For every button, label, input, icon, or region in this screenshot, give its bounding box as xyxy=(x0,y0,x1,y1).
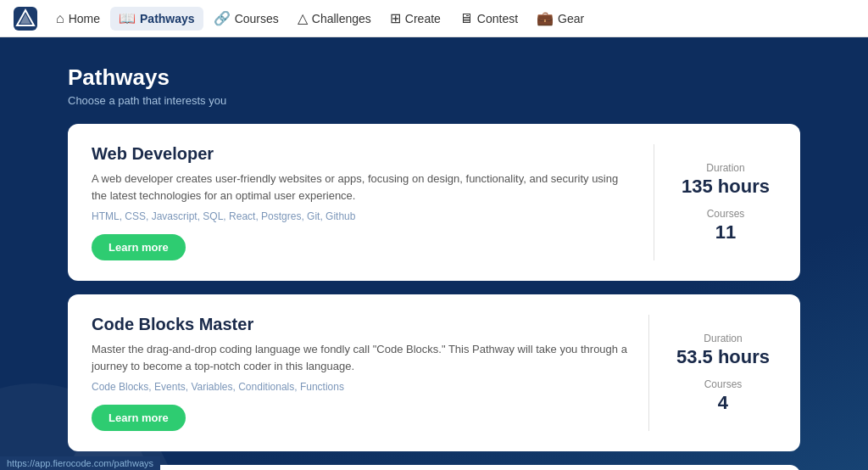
courses-label-code-blocks-master: Courses xyxy=(704,378,743,390)
page-header: Pathways Choose a path that interests yo… xyxy=(68,64,800,107)
courses-value-web-developer: 11 xyxy=(707,221,745,243)
card-stats-code-blocks-master: Duration 53.5 hours Courses 4 xyxy=(670,315,776,431)
card-description-code-blocks-master: Master the drag-and-drop coding language… xyxy=(92,341,628,374)
home-icon: ⌂ xyxy=(56,12,64,25)
nav-label-courses: Courses xyxy=(235,12,279,25)
card-tags-code-blocks-master: Code Blocks, Events, Variables, Conditio… xyxy=(92,381,628,393)
card-tags-web-developer: HTML, CSS, Javascript, SQL, React, Postg… xyxy=(92,210,633,222)
nav-label-gear: Gear xyxy=(558,12,584,25)
courses-icon: 🔗 xyxy=(214,12,231,25)
nav-label-pathways: Pathways xyxy=(140,12,195,25)
duration-stat-web-developer: Duration 135 hours xyxy=(682,162,770,198)
nav-item-gear[interactable]: 💼 Gear xyxy=(528,7,593,31)
page-subtitle: Choose a path that interests you xyxy=(68,94,800,107)
nav-label-contest: Contest xyxy=(477,12,518,25)
card-title-web-developer: Web Developer xyxy=(92,144,633,164)
card-divider-web-developer xyxy=(654,144,654,260)
card-description-web-developer: A web developer creates user-friendly we… xyxy=(92,171,633,204)
status-bar: https://app.fierocode.com/pathways xyxy=(0,456,160,470)
learn-more-button-code-blocks-master[interactable]: Learn more xyxy=(92,405,186,431)
courses-stat-code-blocks-master: Courses 4 xyxy=(704,378,743,414)
card-stats-web-developer: Duration 135 hours Courses 11 xyxy=(675,144,776,260)
duration-value-code-blocks-master: 53.5 hours xyxy=(676,346,770,368)
nav-item-challenges[interactable]: △ Challenges xyxy=(289,7,380,31)
pathway-card-web-developer: Web Developer A web developer creates us… xyxy=(68,124,800,281)
status-url: https://app.fierocode.com/pathways xyxy=(7,458,153,468)
courses-label-web-developer: Courses xyxy=(707,208,745,220)
duration-stat-code-blocks-master: Duration 53.5 hours xyxy=(676,333,770,368)
navigation: ⌂ Home 📖 Pathways 🔗 Courses △ Challenges… xyxy=(0,0,868,37)
nav-item-home[interactable]: ⌂ Home xyxy=(47,7,108,31)
duration-value-web-developer: 135 hours xyxy=(682,176,770,198)
create-icon: ⊞ xyxy=(390,12,401,25)
nav-item-courses[interactable]: 🔗 Courses xyxy=(205,7,287,31)
nav-label-home: Home xyxy=(69,12,100,25)
card-divider-code-blocks-master xyxy=(648,315,649,431)
app-logo[interactable] xyxy=(14,7,37,31)
nav-item-create[interactable]: ⊞ Create xyxy=(381,7,449,31)
page-title: Pathways xyxy=(68,64,800,91)
duration-label-code-blocks-master: Duration xyxy=(676,333,770,344)
courses-value-code-blocks-master: 4 xyxy=(704,392,743,414)
nav-label-challenges: Challenges xyxy=(312,12,371,25)
pathway-card-code-blocks-master: Code Blocks Master Master the drag-and-d… xyxy=(68,294,800,451)
nav-item-contest[interactable]: 🖥 Contest xyxy=(451,7,526,31)
nav-label-create: Create xyxy=(405,12,441,25)
courses-stat-web-developer: Courses 11 xyxy=(707,208,745,243)
card-body-code-blocks-master: Code Blocks Master Master the drag-and-d… xyxy=(92,315,628,431)
pathway-card-beginner-game-developer: Beginner Game Developer Love playing vid… xyxy=(68,465,800,470)
card-body-web-developer: Web Developer A web developer creates us… xyxy=(92,144,633,260)
learn-more-button-web-developer[interactable]: Learn more xyxy=(92,234,186,260)
pathways-list: Web Developer A web developer creates us… xyxy=(68,124,800,470)
card-title-code-blocks-master: Code Blocks Master xyxy=(92,315,628,334)
duration-label-web-developer: Duration xyxy=(682,162,770,174)
gear-icon: 💼 xyxy=(537,12,554,25)
challenges-icon: △ xyxy=(298,12,308,25)
main-content: Pathways Choose a path that interests yo… xyxy=(0,37,868,470)
nav-item-pathways[interactable]: 📖 Pathways xyxy=(110,7,203,31)
nav-items-list: ⌂ Home 📖 Pathways 🔗 Courses △ Challenges… xyxy=(47,7,593,31)
pathways-icon: 📖 xyxy=(119,12,136,25)
contest-icon: 🖥 xyxy=(459,12,473,25)
